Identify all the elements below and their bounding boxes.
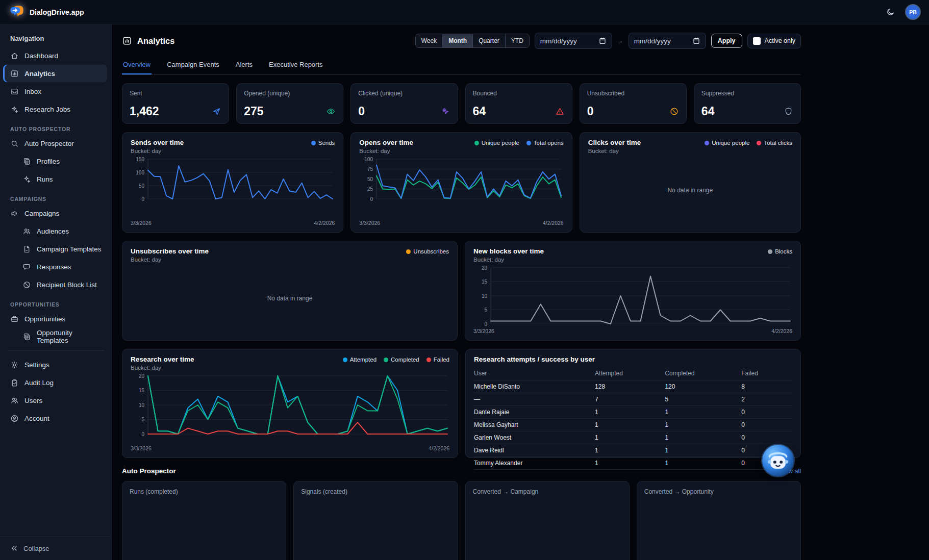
sidebar-item-inbox[interactable]: Inbox (3, 83, 107, 100)
assistant-robot-avatar[interactable] (762, 445, 794, 476)
sidebar-item-dashboard[interactable]: Dashboard (3, 47, 107, 64)
svg-text:150: 150 (136, 157, 144, 162)
sidebar-nav-label: Navigation (0, 30, 111, 46)
legend-item-unique-people: Unique people (705, 140, 749, 146)
robot-icon (762, 445, 794, 476)
sidebar-item-profiles[interactable]: Profiles (3, 152, 107, 170)
legend-dot (426, 358, 431, 362)
stat-label: Opened (unique) (244, 90, 336, 97)
table-header-completed: Completed (665, 366, 741, 380)
legend-dot (406, 249, 411, 254)
dark-mode-toggle[interactable] (883, 5, 898, 20)
warning-icon (555, 107, 565, 116)
svg-text:15: 15 (139, 388, 145, 393)
collapse-sidebar-button[interactable]: Collapse (0, 536, 111, 560)
table-cell: 1 (665, 444, 741, 457)
sidebar-item-label: Profiles (37, 158, 60, 165)
table-title: Research attempts / success by user (474, 355, 792, 363)
table-cell: 5 (665, 393, 741, 406)
sidebar-item-responses[interactable]: Responses (3, 258, 107, 275)
chat-icon (22, 263, 31, 271)
sidebar-item-label: Campaign Templates (37, 245, 102, 253)
range-option-ytd[interactable]: YTD (506, 34, 529, 47)
stat-card-unsubscribed: Unsubscribed0 (580, 83, 687, 124)
sidebar-item-audiences[interactable]: Audiences (3, 222, 107, 240)
calendar-icon (598, 37, 607, 45)
sidebar-item-label: Users (24, 397, 42, 404)
table-cell: 1 (665, 431, 741, 444)
page-title: Analytics (122, 36, 174, 46)
legend-item-blocks: Blocks (768, 248, 792, 254)
sidebar-item-account[interactable]: Account (3, 410, 107, 427)
sidebar-item-label: Opportunity Templates (37, 329, 102, 344)
main-content: Analytics WeekMonthQuarterYTD mm/dd/yyyy… (112, 24, 929, 560)
calendar-icon (692, 37, 700, 45)
table-cell: Michelle DiSanto (474, 380, 595, 393)
active-only-checkbox[interactable] (753, 37, 761, 45)
tab-campaign-events[interactable]: Campaign Events (166, 56, 220, 74)
date-from-input[interactable]: mm/dd/yyyy (535, 33, 612, 49)
chart-icon (10, 69, 19, 78)
sidebar-item-users[interactable]: Users (3, 392, 107, 409)
date-range-segmented-control: WeekMonthQuarterYTD (415, 34, 530, 48)
shield-icon (784, 107, 793, 116)
sidebar-item-campaign-templates[interactable]: Campaign Templates (3, 240, 107, 258)
card-label: Signals (created) (301, 488, 347, 495)
sidebar-item-label: Audit Log (24, 379, 54, 387)
tab-overview[interactable]: Overview (122, 56, 152, 74)
copy-icon (22, 157, 31, 166)
x-start-label: 3/3/2026 (359, 220, 380, 226)
stat-label: Sent (130, 90, 221, 97)
person-icon (10, 414, 19, 423)
stat-value: 64 (701, 106, 715, 117)
chart-x-range: 3/3/20264/2/2026 (359, 220, 563, 226)
table-cell: Melissa Gayhart (474, 419, 595, 431)
topbar: DialogDrive.app PB (0, 0, 929, 24)
sidebar-item-recipient-block-list[interactable]: Recipient Block List (3, 276, 107, 293)
table-cell: 0 (741, 419, 792, 431)
sidebar-item-label: Research Jobs (24, 106, 70, 113)
stat-label: Bounced (473, 90, 565, 97)
active-only-toggle[interactable]: Active only (747, 34, 801, 48)
sparkles-icon (22, 175, 31, 184)
sidebar-item-campaigns[interactable]: Campaigns (3, 205, 107, 222)
tab-executive-reports[interactable]: Executive Reports (268, 56, 324, 74)
sidebar-item-label: Recipient Block List (37, 281, 97, 289)
svg-text:100: 100 (136, 170, 144, 175)
range-option-quarter[interactable]: Quarter (473, 34, 506, 47)
chart-plot: 05101520 (131, 374, 449, 436)
tab-alerts[interactable]: Alerts (235, 56, 254, 74)
table-cell: 1 (595, 457, 665, 470)
range-option-week[interactable]: Week (416, 34, 443, 47)
table-header-attempted: Attempted (595, 366, 665, 380)
apply-button[interactable]: Apply (711, 34, 742, 48)
range-option-month[interactable]: Month (443, 34, 473, 47)
x-start-label: 3/3/2026 (473, 328, 494, 334)
chart-legend: Unique peopleTotal opens (474, 139, 564, 146)
sidebar-item-opportunity-templates[interactable]: Opportunity Templates (3, 328, 107, 345)
block-icon (669, 107, 679, 116)
click-icon (441, 107, 450, 116)
analytics-tabs: OverviewCampaign EventsAlertsExecutive R… (122, 56, 801, 75)
date-to-input[interactable]: mm/dd/yyyy (629, 33, 706, 49)
sidebar-item-research-jobs[interactable]: Research Jobs (3, 100, 107, 118)
sidebar-item-analytics[interactable]: Analytics (3, 65, 107, 82)
chart-subtitle: Bucket: day (473, 257, 544, 263)
sidebar-item-auto-prospector[interactable]: Auto Prospector (3, 135, 107, 152)
briefcase-icon (10, 315, 19, 323)
research-table: UserAttemptedCompletedFailedMichelle DiS… (474, 366, 792, 470)
sidebar-item-opportunities[interactable]: Opportunities (3, 310, 107, 327)
legend-dot (384, 358, 388, 362)
x-end-label: 4/2/2026 (429, 445, 449, 451)
sidebar-item-label: Runs (37, 175, 53, 183)
chart-title: Unsubscribes over time (131, 247, 209, 255)
stat-value: 1,462 (130, 106, 159, 117)
sidebar-item-label: Opportunities (24, 315, 65, 323)
sidebar-item-runs[interactable]: Runs (3, 170, 107, 188)
inbox-icon (10, 87, 19, 96)
legend-dot (311, 141, 316, 145)
sidebar-item-settings[interactable]: Settings (3, 356, 107, 373)
svg-text:0: 0 (370, 196, 373, 201)
user-avatar[interactable]: PB (906, 5, 920, 19)
sidebar-item-audit-log[interactable]: Audit Log (3, 374, 107, 391)
